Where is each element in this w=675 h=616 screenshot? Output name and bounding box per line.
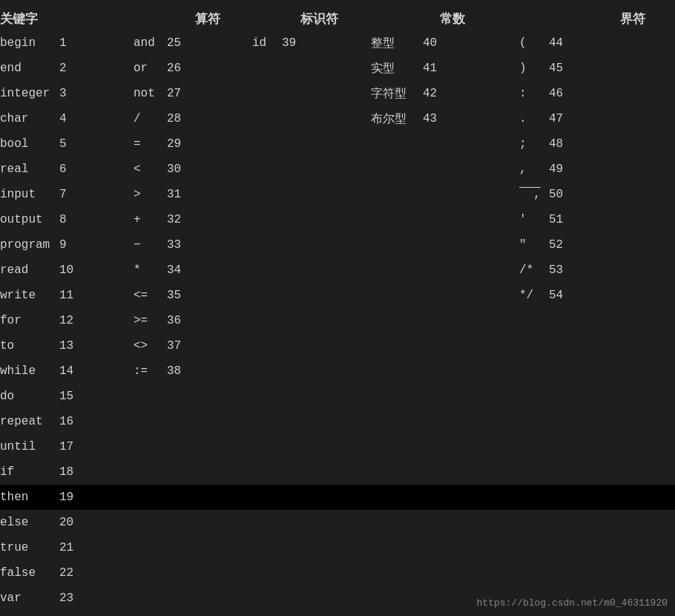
const-char: 字符型42 (371, 81, 519, 106)
keyword-bool: bool5 (0, 131, 134, 157)
op-and: and25 (134, 30, 252, 56)
op-gte: >=36 (134, 308, 252, 333)
keyword-begin: begin1 (0, 30, 134, 56)
keyword-for: for12 (0, 308, 134, 333)
header-identifiers: 标识符 (260, 10, 378, 27)
keyword-integer: integer3 (0, 81, 134, 106)
delim-single-quote: ′51 (519, 207, 675, 232)
const-int: 整型40 (371, 30, 519, 56)
keyword-input: input7 (0, 182, 134, 207)
header-constants: 常数 (378, 10, 527, 27)
op-lt: <30 (134, 157, 252, 182)
op-not: not27 (134, 81, 252, 106)
keyword-var: var23 (0, 586, 134, 611)
op-eq: =29 (134, 131, 252, 157)
watermark: https://blog.csdn.net/m0_46311920 (477, 597, 668, 609)
keyword-char: char4 (0, 106, 134, 131)
header-keywords: 关键字 (0, 10, 134, 27)
delim-double-quote: ″52 (519, 232, 675, 258)
op-mul: *34 (134, 258, 252, 283)
header-operators: 算符 (134, 10, 260, 27)
const-real: 实型41 (371, 56, 519, 81)
delim-comma: ,49 (519, 157, 675, 182)
keyword-true: true21 (0, 535, 134, 560)
keyword-to: to13 (0, 333, 134, 358)
keyword-else: else20 (0, 510, 134, 535)
keyword-read: read10 (0, 258, 134, 283)
keyword-output: output8 (0, 207, 134, 232)
op-gt: >31 (134, 182, 252, 207)
op-div: /28 (134, 106, 252, 131)
op-lte: <=35 (134, 283, 252, 308)
keywords-column: begin1 end2 integer3 char4 bool5 real6 i… (0, 30, 134, 616)
keyword-program: program9 (0, 232, 134, 258)
delim-comment-open: /*53 (519, 258, 675, 283)
keyword-const: const24 (0, 611, 134, 616)
keyword-repeat: repeat16 (0, 409, 134, 434)
keyword-real: real6 (0, 157, 134, 182)
operators-column: and25 or26 not27 /28 =29 <30 >31 +32 −33… (134, 30, 252, 616)
op-or: or26 (134, 56, 252, 81)
delim-semi: ;48 (519, 131, 675, 157)
keyword-false: false22 (0, 560, 134, 586)
header-delimiters: 界符 (527, 10, 675, 27)
delim-dot: .47 (519, 106, 675, 131)
main-table: 关键字 算符 标识符 常数 界符 begin1 end2 integer3 ch… (0, 0, 675, 616)
delim-rparen: )45 (519, 56, 675, 81)
constants-column: 整型40 实型41 字符型42 布尔型43 (371, 30, 519, 616)
keyword-if: if18 (0, 459, 134, 485)
op-minus: −33 (134, 232, 252, 258)
op-assign: :=38 (134, 358, 252, 384)
delim-comment-close: */54 (519, 283, 675, 308)
keyword-then: then19 (0, 485, 675, 510)
keyword-do: do15 (0, 384, 134, 409)
identifiers-column: id39 (252, 30, 371, 616)
keyword-until: until17 (0, 434, 134, 459)
delim-underscore: ,50 (519, 182, 675, 207)
op-plus: +32 (134, 207, 252, 232)
delim-lparen: (44 (519, 30, 675, 56)
id-entry: id39 (252, 30, 371, 56)
delimiters-column: (44 )45 :46 .47 ;48 ,49 ,50 ′51 ″52 /*53… (519, 30, 675, 616)
const-bool: 布尔型43 (371, 106, 519, 131)
keyword-while: while14 (0, 358, 134, 384)
keyword-write: write11 (0, 283, 134, 308)
keyword-end: end2 (0, 56, 134, 81)
delim-colon: :46 (519, 81, 675, 106)
op-neq: <>37 (134, 333, 252, 358)
